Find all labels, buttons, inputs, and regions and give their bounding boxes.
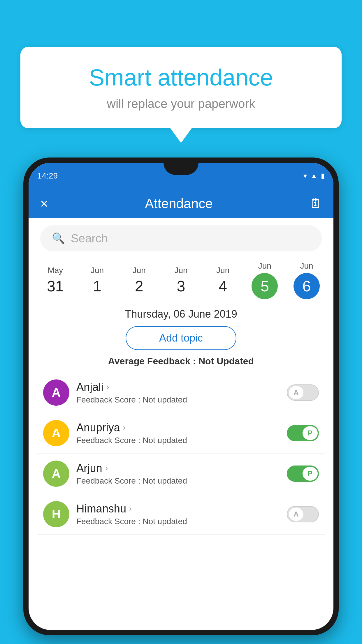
wifi-icon: ▾ — [303, 172, 307, 180]
feedback-label-himanshu: Feedback Score : — [76, 517, 143, 526]
feedback-label-arjun: Feedback Score : — [76, 476, 143, 485]
chevron-icon-anupriya: › — [123, 423, 126, 432]
date-item-jun1[interactable]: Jun 1 — [78, 266, 116, 295]
attendance-toggle-arjun[interactable]: P — [287, 466, 319, 482]
date-item-may31[interactable]: May 31 — [36, 266, 74, 295]
chevron-icon-himanshu: › — [129, 504, 132, 513]
avg-feedback-value: Not Updated — [198, 356, 254, 366]
date-selector: May 31 Jun 1 Jun 2 Jun 3 Jun 4 Jun 5 — [29, 258, 333, 302]
student-info-himanshu: Himanshu › Feedback Score : Not updated — [76, 503, 280, 526]
phone-inner: 14:29 ▾ ▲ ▮ × Attendance 🗓 🔍 Search May … — [29, 163, 333, 630]
date-item-jun3[interactable]: Jun 3 — [162, 266, 200, 295]
avatar-himanshu: H — [43, 501, 69, 527]
student-info-anjali: Anjali › Feedback Score : Not updated — [76, 381, 280, 405]
avg-feedback-label: Average Feedback : — [108, 356, 198, 366]
signal-icon: ▲ — [310, 172, 317, 180]
attendance-toggle-anupriya[interactable]: P — [287, 425, 319, 441]
chevron-icon-anjali: › — [106, 382, 109, 392]
student-item-arjun[interactable]: A Arjun › Feedback Score : Not updated P — [37, 454, 325, 494]
student-name-himanshu: Himanshu — [76, 503, 126, 515]
close-button[interactable]: × — [40, 196, 48, 211]
search-icon: 🔍 — [52, 232, 65, 244]
student-item-himanshu[interactable]: H Himanshu › Feedback Score : Not update… — [37, 494, 325, 535]
avatar-anjali: A — [43, 379, 69, 406]
selected-date-info: Thursday, 06 June 2019 — [29, 308, 333, 320]
toggle-knob-anjali: A — [289, 386, 304, 400]
search-bar[interactable]: 🔍 Search — [40, 225, 322, 251]
app-header: × Attendance 🗓 — [29, 189, 333, 218]
selected-date-label: Thursday, 06 June 2019 — [125, 308, 237, 320]
avatar-arjun: A — [43, 461, 69, 487]
date-item-jun2[interactable]: Jun 2 — [120, 266, 158, 295]
phone-frame: 14:29 ▾ ▲ ▮ × Attendance 🗓 🔍 Search May … — [23, 158, 339, 635]
feedback-label-anjali: Feedback Score : — [76, 395, 143, 404]
student-info-arjun: Arjun › Feedback Score : Not updated — [76, 462, 280, 486]
student-info-anupriya: Anupriya › Feedback Score : Not updated — [76, 421, 280, 445]
attendance-toggle-himanshu[interactable]: A — [287, 506, 319, 522]
status-time: 14:29 — [37, 171, 58, 181]
student-item-anupriya[interactable]: A Anupriya › Feedback Score : Not update… — [37, 413, 325, 454]
toggle-knob-arjun: P — [303, 467, 318, 481]
avatar-anupriya: A — [43, 420, 69, 446]
add-topic-button[interactable]: Add topic — [126, 326, 236, 350]
toggle-knob-anupriya: P — [303, 426, 318, 440]
student-name-anjali: Anjali — [76, 381, 103, 393]
date-item-jun6-selected[interactable]: Jun 6 — [288, 261, 326, 299]
feedback-value-himanshu: Not updated — [143, 517, 187, 526]
speech-bubble: Smart attendance will replace your paper… — [20, 47, 342, 128]
student-name-anupriya: Anupriya — [76, 421, 120, 434]
date-item-jun4[interactable]: Jun 4 — [204, 266, 242, 295]
student-list: A Anjali › Feedback Score : Not updated … — [29, 372, 333, 535]
student-item-anjali[interactable]: A Anjali › Feedback Score : Not updated … — [37, 372, 325, 413]
feedback-label-anupriya: Feedback Score : — [76, 436, 143, 445]
average-feedback: Average Feedback : Not Updated — [29, 356, 333, 367]
bubble-subtitle: will replace your paperwork — [44, 97, 318, 111]
feedback-value-anupriya: Not updated — [143, 436, 187, 445]
search-input[interactable]: Search — [71, 232, 108, 245]
status-bar: 14:29 ▾ ▲ ▮ — [29, 163, 333, 189]
status-icons: ▾ ▲ ▮ — [303, 172, 325, 180]
bubble-title: Smart attendance — [44, 64, 318, 91]
battery-icon: ▮ — [321, 172, 325, 180]
feedback-value-arjun: Not updated — [143, 476, 187, 485]
feedback-value-anjali: Not updated — [143, 395, 187, 404]
attendance-toggle-anjali[interactable]: A — [287, 384, 319, 401]
student-name-arjun: Arjun — [76, 462, 102, 475]
notch-cutout — [164, 163, 198, 175]
chevron-icon-arjun: › — [105, 463, 108, 473]
toggle-knob-himanshu: A — [289, 507, 304, 521]
date-item-jun5-selected[interactable]: Jun 5 — [246, 261, 284, 299]
speech-bubble-container: Smart attendance will replace your paper… — [20, 47, 342, 128]
header-title: Attendance — [145, 196, 213, 211]
calendar-icon[interactable]: 🗓 — [310, 197, 322, 211]
